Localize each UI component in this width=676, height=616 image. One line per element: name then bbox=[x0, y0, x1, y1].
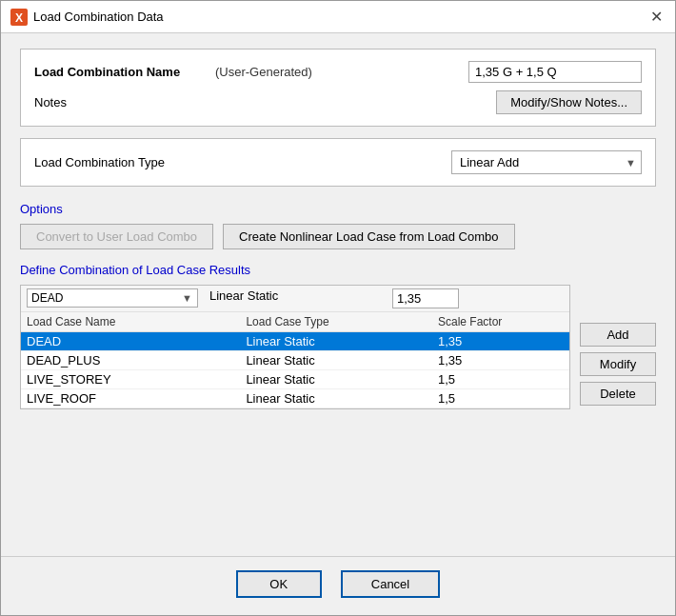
app-icon: X bbox=[10, 9, 28, 26]
row-scale: 1,5 bbox=[432, 370, 569, 389]
dialog-container: X Load Combination Data ✕ Load Combinati… bbox=[0, 0, 676, 616]
define-content: DEAD DEAD_PLUS LIVE_STOREY LIVE_ROOF ▼ L… bbox=[20, 285, 656, 409]
combo-type-label: Load Combination Type bbox=[34, 155, 206, 169]
modify-notes-button[interactable]: Modify/Show Notes... bbox=[496, 90, 642, 114]
convert-button[interactable]: Convert to User Load Combo bbox=[20, 224, 213, 249]
table-row[interactable]: DEAD Linear Static 1,35 bbox=[21, 332, 569, 351]
notes-label: Notes bbox=[34, 95, 206, 109]
input-scale-cell bbox=[387, 286, 569, 311]
header-row: Load Case Name Load Case Type Scale Fact… bbox=[21, 312, 569, 332]
delete-button[interactable]: Delete bbox=[580, 382, 656, 406]
define-table-container: DEAD DEAD_PLUS LIVE_STOREY LIVE_ROOF ▼ L… bbox=[20, 285, 570, 409]
dialog-title: Load Combination Data bbox=[33, 10, 164, 24]
combo-type-section: Load Combination Type Linear AddEnvelope… bbox=[20, 138, 656, 187]
row-name: LIVE_ROOF bbox=[21, 389, 240, 408]
table-header: Load Case Name Load Case Type Scale Fact… bbox=[21, 312, 569, 332]
add-button[interactable]: Add bbox=[580, 323, 656, 347]
row-type: Linear Static bbox=[240, 370, 432, 389]
define-label: Define Combination of Load Case Results bbox=[20, 263, 656, 277]
input-case-name-cell: DEAD DEAD_PLUS LIVE_STOREY LIVE_ROOF ▼ bbox=[21, 286, 204, 311]
title-bar-left: X Load Combination Data bbox=[10, 9, 164, 26]
options-label: Options bbox=[20, 202, 656, 216]
row-type: Linear Static bbox=[240, 389, 432, 408]
define-table: Load Case Name Load Case Type Scale Fact… bbox=[21, 312, 569, 408]
modify-button[interactable]: Modify bbox=[580, 352, 656, 376]
table-row[interactable]: DEAD_PLUS Linear Static 1,35 bbox=[21, 351, 569, 370]
dialog-footer: OK Cancel bbox=[1, 556, 675, 615]
ok-button[interactable]: OK bbox=[236, 570, 322, 598]
combo-type-row: Load Combination Type Linear AddEnvelope… bbox=[34, 150, 642, 174]
options-buttons: Convert to User Load Combo Create Nonlin… bbox=[20, 224, 656, 249]
col-header-type: Load Case Type bbox=[240, 312, 432, 332]
input-case-type-cell: Linear Static bbox=[204, 286, 387, 311]
define-section: Define Combination of Load Case Results … bbox=[20, 263, 656, 409]
input-case-select[interactable]: DEAD DEAD_PLUS LIVE_STOREY LIVE_ROOF bbox=[27, 288, 198, 308]
table-body: DEAD Linear Static 1,35 DEAD_PLUS Linear… bbox=[21, 332, 569, 408]
name-input[interactable] bbox=[468, 61, 642, 83]
name-section: Load Combination Name (User-Generated) N… bbox=[20, 49, 656, 127]
define-action-buttons: Add Modify Delete bbox=[580, 285, 656, 409]
cancel-button[interactable]: Cancel bbox=[341, 570, 440, 598]
name-row: Load Combination Name (User-Generated) bbox=[34, 61, 642, 83]
row-scale: 1,35 bbox=[432, 351, 569, 370]
notes-row: Notes Modify/Show Notes... bbox=[34, 90, 642, 114]
dialog-body: Load Combination Name (User-Generated) N… bbox=[1, 33, 675, 556]
generated-label: (User-Generated) bbox=[215, 65, 329, 79]
table-row[interactable]: LIVE_ROOF Linear Static 1,5 bbox=[21, 389, 569, 408]
row-scale: 1,5 bbox=[432, 389, 569, 408]
options-section: Options Convert to User Load Combo Creat… bbox=[20, 202, 656, 249]
col-header-scale: Scale Factor bbox=[432, 312, 569, 332]
name-label: Load Combination Name bbox=[34, 65, 206, 79]
input-case-type-value: Linear Static bbox=[209, 288, 278, 303]
title-bar: X Load Combination Data ✕ bbox=[1, 1, 675, 33]
input-scale-field[interactable] bbox=[392, 288, 459, 308]
row-scale: 1,35 bbox=[432, 332, 569, 351]
combo-type-select-wrapper: Linear AddEnvelopeAbsolute AddSRSSRange … bbox=[451, 150, 642, 174]
row-type: Linear Static bbox=[240, 351, 432, 370]
row-name: LIVE_STOREY bbox=[21, 370, 240, 389]
col-header-name: Load Case Name bbox=[21, 312, 240, 332]
define-input-row: DEAD DEAD_PLUS LIVE_STOREY LIVE_ROOF ▼ L… bbox=[21, 286, 569, 312]
table-row[interactable]: LIVE_STOREY Linear Static 1,5 bbox=[21, 370, 569, 389]
close-button[interactable]: ✕ bbox=[646, 8, 666, 27]
row-name: DEAD_PLUS bbox=[21, 351, 240, 370]
create-nonlinear-button[interactable]: Create Nonlinear Load Case from Load Com… bbox=[223, 224, 514, 249]
row-type: Linear Static bbox=[240, 332, 432, 351]
input-case-select-wrapper: DEAD DEAD_PLUS LIVE_STOREY LIVE_ROOF ▼ bbox=[27, 288, 198, 308]
svg-text:X: X bbox=[15, 11, 23, 25]
row-name: DEAD bbox=[21, 332, 240, 351]
combo-type-select[interactable]: Linear AddEnvelopeAbsolute AddSRSSRange bbox=[451, 150, 642, 174]
